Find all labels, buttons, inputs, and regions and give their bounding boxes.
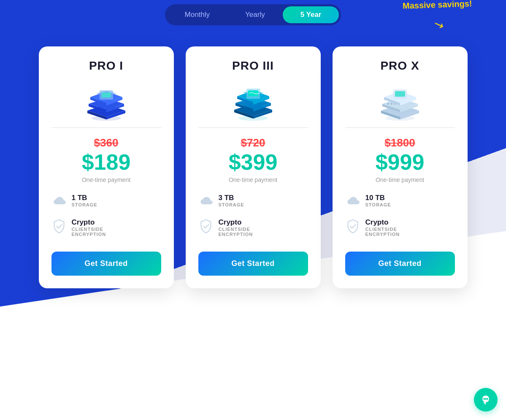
get-started-pro3[interactable]: Get Started [198, 252, 308, 276]
storage-feature-prox: 10 TB STORAGE [345, 194, 455, 210]
crypto-feature-pro1: Crypto CLIENTSIDE ENCRYPTION [51, 218, 161, 237]
storage-text-pro1: 1 TB STORAGE [72, 194, 97, 207]
plan-icon-pro3 [228, 81, 279, 123]
storage-text-pro3: 3 TB STORAGE [219, 194, 244, 207]
svg-point-15 [487, 398, 488, 400]
price-old-pro1: $360 [94, 136, 119, 149]
price-old-pro3: $720 [241, 136, 265, 149]
svg-rect-2 [102, 92, 111, 98]
shield-icon-pro1 [51, 219, 67, 234]
shield-icon-prox [345, 219, 360, 234]
tab-5year[interactable]: 5 Year [283, 6, 339, 23]
plan-card-prox: PRO X [333, 46, 468, 288]
crypto-text-prox: Crypto CLIENTSIDE ENCRYPTION [365, 218, 400, 237]
storage-feature-pro1: 1 TB STORAGE [51, 194, 161, 210]
get-started-prox[interactable]: Get Started [345, 252, 455, 276]
card-divider-2 [198, 127, 308, 128]
chat-bubble-button[interactable] [474, 388, 498, 412]
svg-point-7 [387, 103, 389, 105]
svg-point-13 [483, 398, 485, 400]
plan-name-pro3: PRO III [232, 59, 274, 73]
get-started-pro1[interactable]: Get Started [51, 252, 161, 276]
svg-rect-11 [395, 91, 405, 97]
card-divider-1 [51, 127, 161, 128]
plans-container: PRO I [0, 34, 506, 301]
price-new-prox: $999 [376, 151, 425, 173]
cloud-icon-pro1 [51, 195, 67, 210]
savings-label: Massive savings! [403, 0, 472, 11]
savings-arrow-icon: ↙ [432, 16, 446, 33]
price-label-pro1: One-time payment [82, 176, 130, 183]
crypto-text-pro1: Crypto CLIENTSIDE ENCRYPTION [72, 218, 106, 237]
cloud-icon-pro3 [198, 195, 214, 210]
crypto-feature-pro3: Crypto CLIENTSIDE ENCRYPTION [198, 218, 308, 237]
shield-icon-pro3 [198, 219, 214, 234]
tab-monthly[interactable]: Monthly [167, 6, 228, 23]
crypto-text-pro3: Crypto CLIENTSIDE ENCRYPTION [219, 218, 253, 237]
svg-point-8 [391, 103, 392, 105]
price-old-prox: $1800 [384, 136, 415, 149]
header: Monthly Yearly 5 Year Massive savings! ↙ [0, 0, 506, 34]
price-label-pro3: One-time payment [229, 176, 277, 183]
storage-feature-pro3: 3 TB STORAGE [198, 194, 308, 210]
plan-icon-prox [375, 81, 425, 123]
billing-toggle: Monthly Yearly 5 Year [165, 4, 341, 25]
tab-yearly[interactable]: Yearly [227, 6, 283, 23]
svg-point-14 [485, 398, 487, 400]
storage-text-prox: 10 TB STORAGE [365, 194, 391, 207]
plan-icon-pro1 [81, 81, 132, 123]
price-new-pro3: $399 [229, 151, 278, 173]
price-new-pro1: $189 [82, 151, 131, 173]
plan-name-pro1: PRO I [89, 59, 123, 73]
cloud-icon-prox [345, 195, 360, 210]
plan-card-pro1: PRO I [39, 46, 174, 288]
chat-icon [480, 394, 492, 406]
card-divider-3 [345, 127, 455, 128]
plan-name-prox: PRO X [380, 59, 419, 73]
plan-card-pro3: PRO III [186, 46, 321, 288]
price-label-prox: One-time payment [376, 176, 424, 183]
crypto-feature-prox: Crypto CLIENTSIDE ENCRYPTION [345, 218, 455, 237]
